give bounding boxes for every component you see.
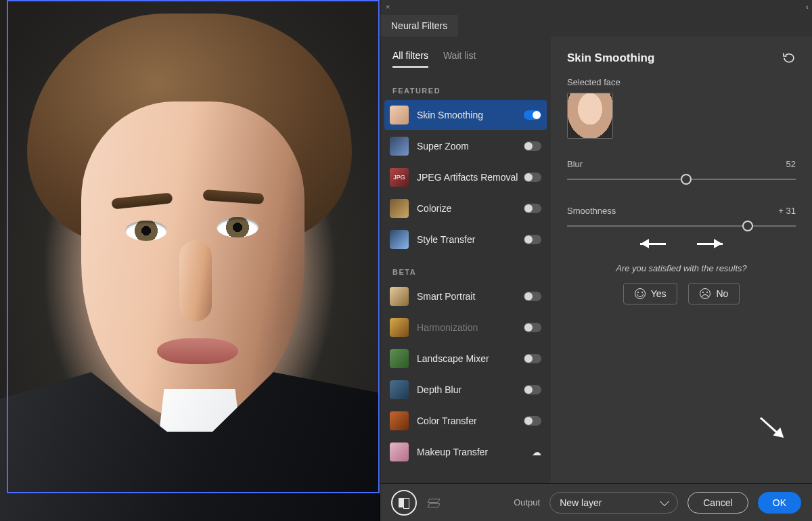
filter-toggle[interactable] <box>524 235 541 244</box>
output-label: Output <box>514 497 540 507</box>
filter-label: Smart Portrait <box>417 291 524 302</box>
filter-list: All filters Wait list FEATURED Skin Smoo… <box>380 37 551 483</box>
filter-thumb <box>390 287 409 306</box>
slider-label-blur: Blur <box>567 159 583 169</box>
arrow-left-icon <box>636 239 670 248</box>
split-view-icon <box>399 497 409 508</box>
settings-title: Skin Smoothing <box>567 51 654 65</box>
filter-landscape-mixer[interactable]: Landscape Mixer <box>384 344 547 373</box>
cloud-download-icon[interactable]: ☁ <box>532 447 541 457</box>
ok-button[interactable]: OK <box>758 492 801 514</box>
filter-list-tabs: All filters Wait list <box>380 37 551 73</box>
panel-footer: Output New layer Cancel OK <box>380 483 812 521</box>
panel-titlebar: × ‹‹ <box>380 0 812 14</box>
filter-toggle[interactable] <box>524 416 541 426</box>
tab-all-filters[interactable]: All filters <box>392 50 428 68</box>
filter-thumb <box>390 380 409 399</box>
filter-thumb <box>390 137 409 156</box>
filter-depth-blur[interactable]: Depth Blur <box>384 375 547 405</box>
slider-smoothness[interactable] <box>567 220 796 232</box>
filter-toggle[interactable] <box>524 110 541 120</box>
filter-thumb <box>390 349 409 368</box>
chevron-down-icon <box>660 496 669 505</box>
collapse-icon[interactable]: ‹‹ <box>806 3 807 11</box>
filter-toggle[interactable] <box>524 354 541 363</box>
document-canvas[interactable] <box>0 0 380 521</box>
reset-icon[interactable] <box>782 53 796 64</box>
filter-settings: Skin Smoothing Selected face Blur 52 Smo… <box>551 37 812 483</box>
tab-neural-filters[interactable]: Neural Filters <box>380 15 458 37</box>
feedback-no-label: No <box>716 288 728 299</box>
filter-label: Skin Smoothing <box>417 110 524 120</box>
filter-label: Landscape Mixer <box>417 353 524 364</box>
slider-value-smoothness: + 31 <box>778 206 796 216</box>
filter-label: JPEG Artifacts Removal <box>417 172 524 183</box>
filter-thumb <box>390 230 409 249</box>
filter-label: Makeup Transfer <box>417 447 532 457</box>
selection-marquee <box>7 0 380 493</box>
filter-toggle[interactable] <box>524 385 541 394</box>
selected-face-thumb[interactable] <box>567 93 613 139</box>
tab-wait-list[interactable]: Wait list <box>443 50 476 68</box>
feedback-yes-button[interactable]: Yes <box>623 283 678 304</box>
arrow-right-icon <box>693 239 727 248</box>
filter-thumb <box>390 318 409 337</box>
filter-toggle[interactable] <box>524 141 541 151</box>
filter-color-transfer[interactable]: Color Transfer <box>384 406 547 436</box>
filter-thumb <box>390 443 409 461</box>
close-icon[interactable]: × <box>386 3 390 11</box>
filter-thumb <box>390 106 409 124</box>
filter-thumb <box>390 411 409 430</box>
frown-icon <box>700 288 710 299</box>
layers-icon[interactable] <box>426 497 440 508</box>
filter-label: Style Transfer <box>417 234 524 245</box>
feedback-no-button[interactable]: No <box>688 283 740 304</box>
annotation-arrows <box>567 239 796 248</box>
selected-face-label: Selected face <box>567 77 796 87</box>
section-header-featured: FEATURED <box>380 73 551 100</box>
output-select-value: New layer <box>560 497 602 508</box>
slider-blur[interactable] <box>567 173 796 185</box>
annotation-arrow-to-ok <box>758 414 789 445</box>
filter-skin-smoothing[interactable]: Skin Smoothing <box>384 100 547 130</box>
slider-label-smoothness: Smoothness <box>567 206 616 216</box>
smile-icon <box>635 288 646 299</box>
filter-toggle[interactable] <box>524 323 541 332</box>
feedback-yes-label: Yes <box>651 288 667 299</box>
filter-label: Color Transfer <box>417 415 524 426</box>
filter-jpeg-artifacts-removal[interactable]: JPG JPEG Artifacts Removal <box>384 162 547 192</box>
filter-smart-portrait[interactable]: Smart Portrait <box>384 281 547 311</box>
filter-style-transfer[interactable]: Style Transfer <box>384 225 547 254</box>
filter-super-zoom[interactable]: Super Zoom <box>384 131 547 161</box>
filter-colorize[interactable]: Colorize <box>384 194 547 223</box>
filter-thumb: JPG <box>390 168 409 187</box>
filter-toggle[interactable] <box>524 204 541 213</box>
preview-split-button[interactable] <box>391 490 417 516</box>
filter-toggle[interactable] <box>524 292 541 301</box>
neural-filters-panel: × ‹‹ Neural Filters All filters Wait lis… <box>380 0 812 521</box>
app-root: × ‹‹ Neural Filters All filters Wait lis… <box>0 0 812 521</box>
filter-harmonization[interactable]: Harmonization <box>384 313 547 342</box>
panel-tab-strip: Neural Filters <box>380 14 812 37</box>
output-select[interactable]: New layer <box>549 492 678 514</box>
filter-toggle[interactable] <box>524 173 541 182</box>
slider-value-blur: 52 <box>786 159 796 169</box>
filter-label: Depth Blur <box>417 384 524 395</box>
section-header-beta: BETA <box>380 254 551 281</box>
filter-thumb <box>390 199 409 218</box>
filter-makeup-transfer[interactable]: Makeup Transfer ☁ <box>384 437 547 467</box>
filter-label: Harmonization <box>417 322 524 333</box>
feedback-prompt: Are you satisfied with the results? <box>567 263 796 273</box>
filter-label: Colorize <box>417 203 524 214</box>
filter-label: Super Zoom <box>417 141 524 152</box>
cancel-button[interactable]: Cancel <box>687 492 748 514</box>
